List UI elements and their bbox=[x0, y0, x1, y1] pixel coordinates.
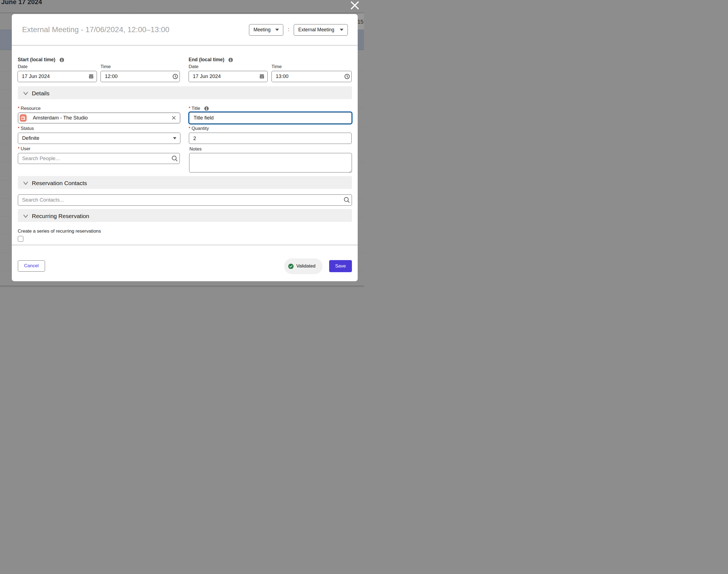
type-category-value: Meeting bbox=[254, 27, 271, 33]
type-name-dropdown[interactable]: External Meeting bbox=[294, 24, 348, 36]
end-date-field bbox=[188, 71, 268, 82]
reservation-dialog: Meeting : External Meeting Start (local … bbox=[12, 14, 358, 281]
type-category-dropdown[interactable]: Meeting bbox=[249, 24, 284, 36]
calendar-bottom-band bbox=[0, 285, 364, 287]
resource-chip bbox=[20, 114, 27, 122]
validated-badge: Validated bbox=[284, 258, 323, 274]
info-icon bbox=[228, 58, 233, 63]
close-icon[interactable] bbox=[351, 1, 359, 9]
info-icon bbox=[204, 106, 209, 111]
reservation-title-input[interactable] bbox=[22, 25, 269, 34]
user-search-field bbox=[18, 153, 180, 164]
section-reservation-contacts[interactable]: Reservation Contacts bbox=[18, 176, 352, 189]
series-label: Create a series of recurring reservation… bbox=[18, 229, 101, 234]
clear-icon[interactable] bbox=[172, 116, 176, 120]
header-divider bbox=[12, 45, 358, 46]
end-date-label: Date bbox=[188, 64, 199, 69]
quantity-input[interactable] bbox=[189, 133, 352, 144]
end-time-field bbox=[271, 71, 352, 82]
chevron-down-icon bbox=[23, 214, 28, 218]
chevron-down-icon bbox=[173, 137, 176, 139]
chevron-down-icon bbox=[340, 29, 344, 31]
contacts-search-field bbox=[18, 195, 352, 206]
cancel-button[interactable]: Cancel bbox=[18, 260, 45, 272]
calendar-title: June 17 2024 bbox=[1, 0, 42, 6]
status-value: Definite bbox=[22, 135, 40, 141]
start-date-input[interactable] bbox=[17, 71, 97, 82]
chevron-down-icon bbox=[23, 92, 28, 95]
contacts-search-input[interactable] bbox=[18, 195, 352, 206]
chevron-down-icon bbox=[275, 29, 279, 31]
start-time-label: Time bbox=[100, 64, 111, 69]
notes-label: Notes bbox=[189, 147, 202, 152]
start-time-field bbox=[100, 71, 180, 82]
section-recurring[interactable]: Recurring Reservation bbox=[18, 209, 352, 222]
resource-combobox[interactable]: Amsterdam - The Studio bbox=[18, 112, 181, 124]
save-button[interactable]: Save bbox=[329, 260, 352, 272]
end-time-label: Time bbox=[271, 64, 282, 69]
footer-divider bbox=[12, 245, 358, 245]
type-name-value: External Meeting bbox=[298, 27, 334, 33]
end-label: End (local time) bbox=[188, 57, 233, 63]
tv-icon bbox=[21, 116, 25, 120]
user-search-input[interactable] bbox=[18, 153, 180, 164]
section-details-label: Details bbox=[32, 90, 49, 97]
type-separator: : bbox=[285, 27, 292, 32]
resource-label: *Resource bbox=[18, 106, 41, 111]
start-date-label: Date bbox=[18, 64, 28, 69]
start-time-input[interactable] bbox=[100, 71, 180, 82]
calendar-header-line bbox=[0, 13, 364, 13]
status-label: *Status bbox=[18, 126, 34, 131]
section-details[interactable]: Details bbox=[18, 86, 352, 99]
calendar-day-number: 15 bbox=[357, 19, 363, 25]
validated-label: Validated bbox=[296, 263, 316, 269]
status-select[interactable]: Definite bbox=[18, 133, 181, 144]
notes-textarea[interactable] bbox=[189, 153, 352, 172]
resource-value: Amsterdam - The Studio bbox=[33, 115, 88, 121]
quantity-label: *Quantity bbox=[188, 126, 209, 131]
series-checkbox[interactable] bbox=[18, 236, 24, 242]
title-input[interactable] bbox=[189, 112, 352, 124]
start-label: Start (local time) bbox=[18, 57, 64, 63]
title-label: *Title bbox=[188, 106, 209, 111]
user-label: *User bbox=[18, 146, 31, 151]
info-icon bbox=[59, 58, 64, 63]
start-date-field bbox=[17, 71, 97, 82]
end-time-input[interactable] bbox=[271, 71, 352, 82]
section-recurring-label: Recurring Reservation bbox=[32, 213, 89, 219]
check-circle-icon bbox=[288, 264, 294, 269]
end-date-input[interactable] bbox=[188, 71, 268, 82]
section-reservation-contacts-label: Reservation Contacts bbox=[32, 180, 87, 187]
chevron-down-icon bbox=[23, 181, 28, 185]
